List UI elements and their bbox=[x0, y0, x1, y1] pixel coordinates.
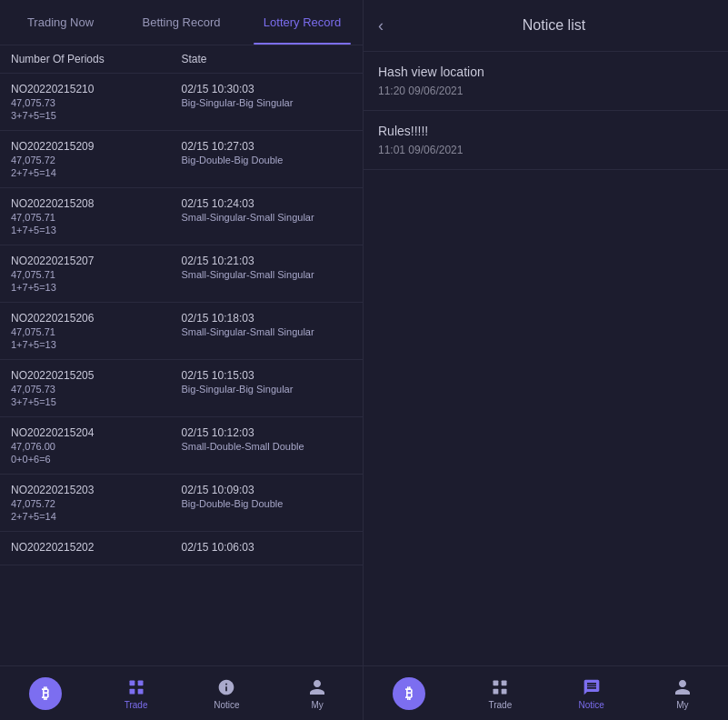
right-nav-notice[interactable]: Notice bbox=[546, 677, 637, 710]
svg-rect-1 bbox=[137, 680, 143, 685]
col-header-periods: Number Of Periods bbox=[11, 53, 182, 65]
table-header: Number Of Periods State bbox=[0, 45, 363, 74]
record-id: NO20220215206 bbox=[11, 312, 182, 325]
notice-time: 11:01 09/06/2021 bbox=[378, 144, 713, 156]
record-time: 02/15 10:27:03 bbox=[182, 140, 353, 153]
svg-rect-2 bbox=[129, 688, 135, 694]
record-time: 02/15 10:21:03 bbox=[182, 255, 353, 267]
table-row[interactable]: NO20220215207 47,075.71 1+7+5=13 02/15 1… bbox=[0, 245, 363, 303]
tab-betting-record[interactable]: Betting Record bbox=[121, 0, 242, 45]
record-formula: 1+7+5=13 bbox=[11, 282, 182, 293]
record-price: 47,075.73 bbox=[11, 384, 182, 395]
table-row[interactable]: NO20220215206 47,075.71 1+7+5=13 02/15 1… bbox=[0, 303, 363, 360]
table-row[interactable]: NO20220215209 47,075.72 2+7+5=14 02/15 1… bbox=[0, 131, 363, 188]
notice-item[interactable]: Hash view location 11:20 09/06/2021 bbox=[364, 52, 728, 111]
table-row[interactable]: NO20220215208 47,075.71 1+7+5=13 02/15 1… bbox=[0, 188, 363, 245]
record-formula: 2+7+5=14 bbox=[11, 167, 182, 178]
record-state: Big-Singular-Big Singular bbox=[182, 97, 353, 108]
notice-list-title: Notice list bbox=[394, 17, 713, 34]
record-time: 02/15 10:24:03 bbox=[182, 197, 353, 210]
record-time: 02/15 10:06:03 bbox=[182, 541, 353, 554]
right-nav-trade-label: Trade bbox=[488, 700, 512, 710]
svg-rect-4 bbox=[494, 680, 499, 685]
notice-item[interactable]: Rules!!!!! 11:01 09/06/2021 bbox=[364, 111, 728, 170]
right-header: ‹ Notice list bbox=[364, 0, 728, 52]
record-col1: NO20220215210 47,075.73 3+7+5=15 bbox=[11, 83, 182, 121]
record-state: Big-Double-Big Double bbox=[182, 155, 353, 165]
record-formula: 3+7+5=15 bbox=[11, 396, 182, 407]
record-formula: 1+7+5=13 bbox=[11, 225, 182, 235]
left-nav-bitcoin[interactable]: ₿ bbox=[0, 677, 91, 710]
record-price: 47,075.73 bbox=[11, 97, 182, 108]
record-price: 47,075.71 bbox=[11, 212, 182, 223]
record-state: Small-Double-Small Double bbox=[182, 441, 353, 452]
record-price: 47,075.72 bbox=[11, 155, 182, 165]
record-state: Small-Singular-Small Singular bbox=[182, 326, 353, 337]
notice-time: 11:20 09/06/2021 bbox=[378, 85, 713, 97]
table-row[interactable]: NO20220215203 47,075.72 2+7+5=14 02/15 1… bbox=[0, 475, 363, 532]
record-state: Big-Singular-Big Singular bbox=[182, 384, 353, 395]
record-id: NO20220215204 bbox=[11, 426, 182, 439]
svg-rect-7 bbox=[502, 688, 507, 694]
right-nav-bitcoin[interactable]: ₿ bbox=[364, 677, 454, 710]
notice-list: Hash view location 11:20 09/06/2021 Rule… bbox=[364, 52, 728, 665]
left-bottom-nav: ₿ Trade Notice bbox=[0, 665, 363, 720]
record-id: NO20220215210 bbox=[11, 83, 182, 95]
my-icon bbox=[307, 677, 327, 697]
trade-icon bbox=[126, 677, 146, 697]
left-nav-notice[interactable]: Notice bbox=[182, 677, 273, 710]
record-col2: 02/15 10:12:03 Small-Double-Small Double bbox=[182, 426, 353, 452]
record-id: NO20220215209 bbox=[11, 140, 182, 153]
right-nav-trade[interactable]: Trade bbox=[454, 677, 545, 710]
record-col2: 02/15 10:18:03 Small-Singular-Small Sing… bbox=[182, 312, 353, 337]
left-nav-trade[interactable]: Trade bbox=[91, 677, 182, 710]
col-header-state: State bbox=[182, 53, 353, 65]
notice-icon-right bbox=[582, 677, 602, 697]
tab-lottery-record[interactable]: Lottery Record bbox=[242, 0, 363, 45]
table-row[interactable]: NO20220215205 47,075.73 3+7+5=15 02/15 1… bbox=[0, 360, 363, 417]
record-col2: 02/15 10:06:03 bbox=[182, 541, 353, 555]
notice-icon bbox=[216, 677, 236, 697]
table-row[interactable]: NO20220215210 47,075.73 3+7+5=15 02/15 1… bbox=[0, 74, 363, 131]
bitcoin-icon: ₿ bbox=[29, 677, 62, 710]
record-formula: 2+7+5=14 bbox=[11, 511, 182, 522]
tab-bar: Trading Now Betting Record Lottery Recor… bbox=[0, 0, 363, 45]
bitcoin-icon-right: ₿ bbox=[393, 677, 425, 710]
right-nav-notice-label: Notice bbox=[578, 700, 603, 710]
left-panel: Trading Now Betting Record Lottery Recor… bbox=[0, 0, 364, 720]
notice-title: Hash view location bbox=[378, 65, 713, 79]
record-time: 02/15 10:18:03 bbox=[182, 312, 353, 325]
notice-title: Rules!!!!! bbox=[378, 124, 713, 138]
record-id: NO20220215205 bbox=[11, 369, 182, 382]
my-icon-right bbox=[673, 677, 693, 697]
record-col2: 02/15 10:24:03 Small-Singular-Small Sing… bbox=[182, 197, 353, 223]
record-formula: 1+7+5=13 bbox=[11, 339, 182, 350]
record-col1: NO20220215208 47,075.71 1+7+5=13 bbox=[11, 197, 182, 235]
left-nav-my[interactable]: My bbox=[272, 677, 363, 710]
trade-icon-right bbox=[490, 677, 510, 697]
right-panel: ‹ Notice list Hash view location 11:20 0… bbox=[364, 0, 728, 720]
svg-rect-0 bbox=[129, 680, 135, 685]
left-nav-trade-label: Trade bbox=[125, 700, 148, 710]
table-row[interactable]: NO20220215202 02/15 10:06:03 bbox=[0, 532, 363, 565]
left-nav-my-label: My bbox=[311, 700, 323, 710]
record-price: 47,075.71 bbox=[11, 269, 182, 280]
back-button[interactable]: ‹ bbox=[378, 16, 384, 35]
table-row[interactable]: NO20220215204 47,076.00 0+0+6=6 02/15 10… bbox=[0, 417, 363, 475]
right-nav-my-label: My bbox=[676, 700, 688, 710]
record-id: NO20220215203 bbox=[11, 484, 182, 496]
left-nav-notice-label: Notice bbox=[214, 700, 239, 710]
record-col1: NO20220215204 47,076.00 0+0+6=6 bbox=[11, 426, 182, 465]
record-time: 02/15 10:30:03 bbox=[182, 83, 353, 95]
record-formula: 0+0+6=6 bbox=[11, 454, 182, 465]
tab-trading-now[interactable]: Trading Now bbox=[0, 0, 121, 45]
record-id: NO20220215202 bbox=[11, 541, 182, 554]
record-id: NO20220215207 bbox=[11, 255, 182, 267]
records-list: NO20220215210 47,075.73 3+7+5=15 02/15 1… bbox=[0, 74, 363, 665]
record-col2: 02/15 10:15:03 Big-Singular-Big Singular bbox=[182, 369, 353, 395]
record-col1: NO20220215205 47,075.73 3+7+5=15 bbox=[11, 369, 182, 407]
svg-rect-3 bbox=[137, 688, 143, 694]
right-bottom-nav: ₿ Trade Notice bbox=[364, 665, 728, 720]
record-col2: 02/15 10:30:03 Big-Singular-Big Singular bbox=[182, 83, 353, 108]
right-nav-my[interactable]: My bbox=[637, 677, 728, 710]
